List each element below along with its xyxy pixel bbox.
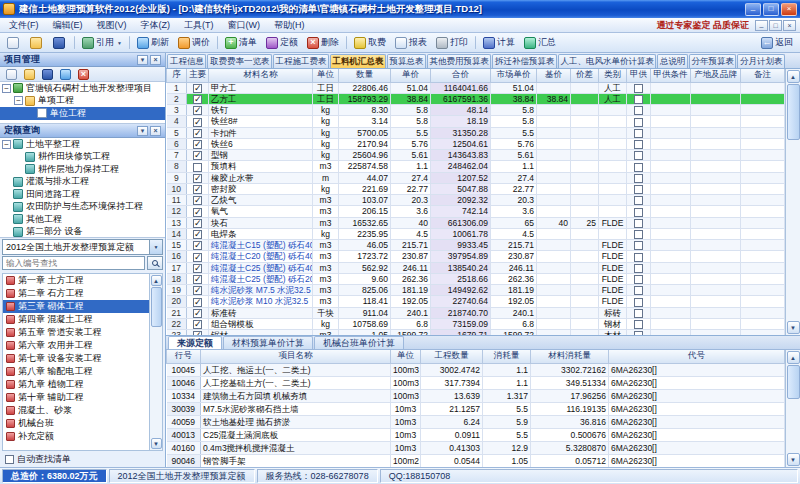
scroll-down-icon[interactable] <box>151 438 162 449</box>
material-row[interactable]: 7 型钢 kg 25604.96 5.61 143643.83 5.61 <box>167 150 785 161</box>
project-tool-button[interactable] <box>76 66 91 83</box>
main-flag-checkbox[interactable] <box>193 320 202 329</box>
source-grid-scrollbar[interactable] <box>785 350 800 467</box>
column-header[interactable]: 类别 <box>599 69 627 82</box>
column-header[interactable]: 代号 <box>609 350 785 363</box>
owner-supply-checkbox[interactable] <box>634 331 643 335</box>
list-tree-item[interactable]: 田间道路工程 <box>0 188 165 201</box>
close-button[interactable] <box>781 3 797 16</box>
main-flag-checkbox[interactable] <box>193 275 202 284</box>
scroll-up-icon[interactable] <box>787 70 800 83</box>
maximize-button[interactable] <box>763 3 779 16</box>
column-header[interactable]: 材料名称 <box>209 69 313 82</box>
main-flag-checkbox[interactable] <box>193 309 202 318</box>
sheet-tab[interactable]: 工程信息 <box>167 54 206 68</box>
menu-item[interactable]: 字体(Z) <box>134 18 178 33</box>
sheet-tab[interactable]: 工程施工费表 <box>273 54 329 68</box>
list-tree-item[interactable]: 农田防护与生态环境保持工程 <box>0 201 165 214</box>
owner-supply-checkbox[interactable] <box>634 208 643 217</box>
auto-find-checkbox[interactable] <box>5 455 14 464</box>
list-tree-item[interactable]: 耕作层地力保持工程 <box>0 163 165 176</box>
combo-dropdown-icon[interactable] <box>149 240 162 254</box>
material-row[interactable]: 15 纯混凝土C15 (塑配) 砾石40 水泥32.5 m3 46.05 215… <box>167 240 785 251</box>
material-row[interactable]: 19 纯水泥砂浆 M7.5 水泥32.5 m3 825.06 181.19 14… <box>167 285 785 296</box>
column-header[interactable]: 消耗量 <box>483 350 531 363</box>
material-row[interactable]: 1 甲方工 工日 22806.46 51.04 1164041.66 51.04 <box>167 82 785 93</box>
toolbar-button[interactable]: 刷新 <box>133 34 173 51</box>
column-header[interactable]: 备注 <box>741 69 785 82</box>
scroll-thumb[interactable] <box>151 287 162 327</box>
column-header[interactable]: 甲供 <box>627 69 651 82</box>
main-flag-checkbox[interactable] <box>193 208 202 217</box>
tree-expander-icon[interactable] <box>14 96 23 105</box>
main-flag-checkbox[interactable] <box>193 196 202 205</box>
project-tool-button[interactable] <box>4 66 19 83</box>
main-flag-checkbox[interactable] <box>193 219 202 228</box>
sheet-tab[interactable]: 分月计划表 <box>737 54 785 68</box>
project-tool-button[interactable] <box>40 66 55 83</box>
main-flag-checkbox[interactable] <box>193 286 202 295</box>
search-button[interactable] <box>147 256 163 270</box>
main-flag-checkbox[interactable] <box>193 163 202 172</box>
toolbar-button[interactable]: 调价 <box>174 34 214 51</box>
owner-supply-checkbox[interactable] <box>634 309 643 318</box>
material-row[interactable]: 3 铁钉 kg 8.30 5.8 48.14 5.8 <box>167 105 785 116</box>
project-tree-item[interactable]: 单项工程 <box>0 95 165 108</box>
owner-supply-checkbox[interactable] <box>634 106 643 115</box>
toolbar-button[interactable] <box>217 36 218 49</box>
column-header[interactable]: 单位 <box>313 69 339 82</box>
mdi-restore-button[interactable] <box>769 20 782 31</box>
toolbar-button[interactable] <box>475 36 476 49</box>
material-row[interactable]: 13 块石 m3 16532.65 40 661306.09 65 40 25 <box>167 217 785 228</box>
tree-expander-icon[interactable] <box>2 84 11 93</box>
owner-supply-checkbox[interactable] <box>634 241 643 250</box>
material-row[interactable]: 22 组合钢模板 kg 10758.69 6.8 73159.09 6.8 <box>167 318 785 329</box>
list-tree-item[interactable]: 土地平整工程 <box>0 138 165 151</box>
column-header[interactable]: 单价 <box>391 69 431 82</box>
minimize-button[interactable] <box>745 3 761 16</box>
scroll-down-icon[interactable] <box>787 453 800 466</box>
owner-supply-checkbox[interactable] <box>634 196 643 205</box>
sheet-tab[interactable]: 工料机汇总表 <box>330 54 386 68</box>
menu-item[interactable]: 工具(T) <box>177 18 221 33</box>
sheet-tab[interactable]: 拆迁补偿预算表 <box>492 54 557 68</box>
owner-supply-checkbox[interactable] <box>634 95 643 104</box>
owner-supply-checkbox[interactable] <box>634 185 643 194</box>
toolbar-button[interactable]: 删除 <box>303 34 343 51</box>
main-flag-checkbox[interactable] <box>193 298 202 307</box>
list-tree-item[interactable]: 灌溉与排水工程 <box>0 176 165 189</box>
panel-close-icon[interactable] <box>150 55 161 65</box>
owner-supply-checkbox[interactable] <box>634 298 643 307</box>
material-row[interactable]: 21 标准砖 千块 911.04 240.1 218740.70 240.1 <box>167 307 785 318</box>
scroll-thumb[interactable] <box>787 365 800 399</box>
sheet-tab[interactable]: 取费费率一览表 <box>207 54 272 68</box>
list-tree-item[interactable]: 其他工程 <box>0 213 165 226</box>
menu-item[interactable]: 编辑(E) <box>46 18 90 33</box>
chapter-item[interactable]: 第一章 土方工程 <box>3 274 149 287</box>
menu-item[interactable]: 视图(V) <box>90 18 134 33</box>
scroll-thumb[interactable] <box>787 84 800 140</box>
project-tree-item[interactable]: 官塘镇石碉村土地开发整理项目 <box>0 82 165 95</box>
main-flag-checkbox[interactable] <box>193 129 202 138</box>
main-flag-checkbox[interactable] <box>193 331 202 335</box>
material-row[interactable]: 4 铁丝8# kg 3.14 5.8 18.19 5.8 <box>167 116 785 127</box>
scroll-up-icon[interactable] <box>151 275 162 286</box>
main-flag-checkbox[interactable] <box>193 264 202 273</box>
panel-close-icon[interactable] <box>150 126 161 136</box>
source-quota-row[interactable]: 40160 0.4m3搅拌机搅拌混凝土 10m3 0.41303 12.9 5.… <box>167 441 785 454</box>
column-header[interactable]: 基价 <box>537 69 571 82</box>
mdi-minimize-button[interactable] <box>755 20 768 31</box>
main-flag-checkbox[interactable] <box>193 140 202 149</box>
quota-library-combo[interactable]: 2012全国土地开发整理预算定额 <box>2 239 163 255</box>
menu-item[interactable]: 文件(F) <box>2 18 46 33</box>
source-quota-row[interactable]: 10046 人工挖基础土方(一、二类土) 100m3 317.7394 1.1 … <box>167 376 785 389</box>
material-row[interactable]: 20 纯水泥砂浆 M10 水泥32.5 m3 118.41 192.05 227… <box>167 296 785 307</box>
column-header[interactable]: 市场单价 <box>491 69 537 82</box>
toolbar-button[interactable] <box>129 36 130 49</box>
sheet-tab[interactable]: 分年预算表 <box>689 54 737 68</box>
tree-expander-icon[interactable] <box>2 140 11 149</box>
toolbar-button[interactable]: 清单 <box>221 34 261 51</box>
main-flag-checkbox[interactable] <box>193 84 202 93</box>
column-header[interactable]: 项目名称 <box>201 350 391 363</box>
chapter-item[interactable]: 第十章 辅助工程 <box>3 391 149 404</box>
